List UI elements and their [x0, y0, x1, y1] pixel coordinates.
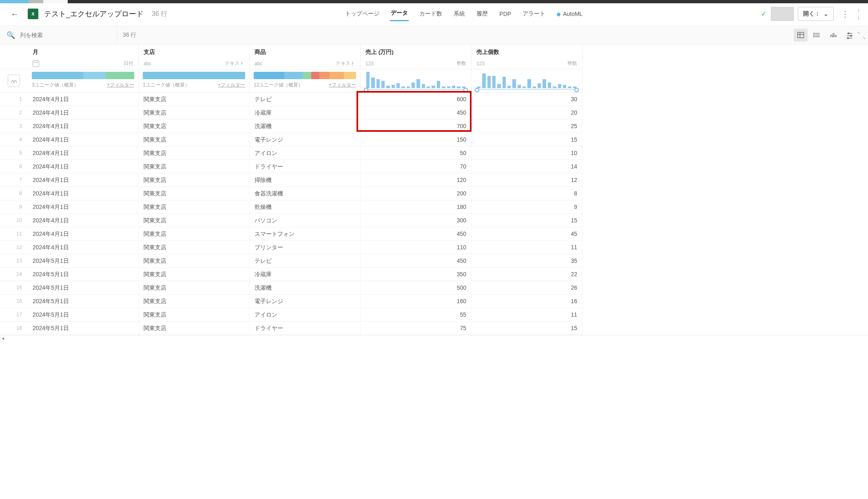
cell[interactable]: 50 — [361, 146, 472, 160]
cell[interactable]: 関東支店 — [139, 173, 250, 187]
cell[interactable]: 関東支店 — [139, 120, 250, 133]
cell[interactable]: ドライヤー — [250, 160, 361, 173]
cell[interactable]: 16 — [472, 295, 582, 308]
distribution-icon[interactable] — [8, 75, 20, 87]
cell[interactable]: 9 — [472, 200, 582, 214]
cell[interactable]: 2024年5月1日 — [28, 295, 139, 308]
cell[interactable]: 2024年5月1日 — [28, 281, 139, 295]
cell[interactable]: 15 — [472, 322, 582, 335]
cell[interactable]: 冷蔵庫 — [250, 106, 361, 120]
tab-6[interactable]: アラート — [522, 8, 546, 20]
cell[interactable]: 食器洗濯機 — [250, 187, 361, 200]
cell[interactable]: 冷蔵庫 — [250, 268, 361, 281]
column-header-3[interactable]: 売上 (万円)123整数 — [361, 44, 472, 69]
open-button[interactable]: 開く： ⌄ — [798, 7, 834, 21]
cell[interactable]: 14 — [472, 160, 582, 173]
column-header-4[interactable]: 売上個数123整数 — [472, 44, 582, 69]
cell[interactable]: 乾燥機 — [250, 200, 361, 214]
cell[interactable]: 8 — [472, 187, 582, 200]
range-slider[interactable] — [476, 89, 578, 90]
cell[interactable]: 75 — [361, 322, 472, 335]
cell[interactable]: 450 — [361, 106, 472, 120]
filter-link[interactable]: +フィルター — [329, 82, 356, 89]
cell[interactable]: 掃除機 — [250, 173, 361, 187]
cell[interactable]: テレビ — [250, 93, 361, 106]
cell[interactable]: 700 — [361, 120, 472, 133]
cell[interactable]: 関東支店 — [139, 295, 250, 308]
cell[interactable]: 2024年4月1日 — [28, 173, 139, 187]
cell[interactable]: 2024年4月1日 — [28, 241, 139, 254]
cell[interactable]: 45 — [472, 227, 582, 241]
cell[interactable]: 関東支店 — [139, 254, 250, 268]
cell[interactable]: 2024年4月1日 — [28, 146, 139, 160]
filter-link[interactable]: +フィルター — [107, 82, 134, 89]
range-slider[interactable] — [365, 89, 467, 90]
cell[interactable]: 11 — [472, 241, 582, 254]
cell[interactable]: 20 — [472, 106, 582, 120]
cell[interactable]: 関東支店 — [139, 187, 250, 200]
view-table-icon[interactable] — [794, 29, 808, 42]
cell[interactable]: 2024年4月1日 — [28, 227, 139, 241]
cell[interactable]: 450 — [361, 254, 472, 268]
cell[interactable]: 35 — [472, 254, 582, 268]
cell[interactable]: 関東支店 — [139, 227, 250, 241]
cell[interactable]: 300 — [361, 214, 472, 227]
expand-vertical-icon[interactable] — [857, 7, 861, 21]
tab-5[interactable]: PDP — [498, 8, 512, 20]
cell[interactable]: 関東支店 — [139, 93, 250, 106]
cell[interactable]: 2024年5月1日 — [28, 322, 139, 335]
cell[interactable]: 関東支店 — [139, 268, 250, 281]
cell[interactable]: 2024年4月1日 — [28, 200, 139, 214]
cell[interactable]: 160 — [361, 295, 472, 308]
cell[interactable]: 150 — [361, 133, 472, 146]
cell[interactable]: 関東支店 — [139, 308, 250, 322]
cell[interactable]: 15 — [472, 133, 582, 146]
cell[interactable]: 洗濯機 — [250, 120, 361, 133]
tab-automl[interactable]: AutoML — [556, 8, 583, 20]
owner-avatar-placeholder[interactable] — [771, 7, 794, 21]
view-stats-icon[interactable] — [826, 29, 840, 42]
cell[interactable]: 120 — [361, 173, 472, 187]
cell[interactable]: 関東支店 — [139, 241, 250, 254]
cell[interactable]: 11 — [472, 308, 582, 322]
cell[interactable]: 2024年4月1日 — [28, 106, 139, 120]
cell[interactable]: 関東支店 — [139, 146, 250, 160]
cell[interactable]: 350 — [361, 268, 472, 281]
cell[interactable]: 500 — [361, 281, 472, 295]
column-histogram-1[interactable]: 1ユニーク値（概算）+フィルター — [139, 69, 250, 93]
column-histogram-4[interactable] — [472, 69, 582, 93]
cell[interactable]: 2024年4月1日 — [28, 214, 139, 227]
cell[interactable]: 関東支店 — [139, 133, 250, 146]
cell[interactable]: 2024年4月1日 — [28, 187, 139, 200]
cell[interactable]: 2024年4月1日 — [28, 93, 139, 106]
cell[interactable]: 関東支店 — [139, 281, 250, 295]
cell[interactable]: 関東支店 — [139, 160, 250, 173]
cell[interactable]: アイロン — [250, 308, 361, 322]
cell[interactable]: 600 — [361, 93, 472, 106]
cell[interactable]: 10 — [472, 146, 582, 160]
cell[interactable]: 電子レンジ — [250, 295, 361, 308]
view-list-icon[interactable] — [810, 29, 824, 42]
tab-3[interactable]: 系統 — [453, 8, 466, 20]
cell[interactable]: プリンター — [250, 241, 361, 254]
horizontal-scrollbar[interactable]: ◂ — [0, 335, 868, 341]
cell[interactable]: 洗濯機 — [250, 281, 361, 295]
column-histogram-2[interactable]: 12ユニーク値（概算）+フィルター — [250, 69, 361, 93]
cell[interactable]: スマートフォン — [250, 227, 361, 241]
cell[interactable]: 70 — [361, 160, 472, 173]
cell[interactable]: 200 — [361, 187, 472, 200]
cell[interactable]: 30 — [472, 93, 582, 106]
cell[interactable]: 関東支店 — [139, 322, 250, 335]
tab-4[interactable]: 履歴 — [476, 8, 489, 20]
cell[interactable]: 2024年5月1日 — [28, 268, 139, 281]
column-header-2[interactable]: 商品abcテキスト — [250, 44, 361, 69]
cell[interactable]: 2024年5月1日 — [28, 254, 139, 268]
cell[interactable]: 2024年4月1日 — [28, 133, 139, 146]
cell[interactable]: ドライヤー — [250, 322, 361, 335]
tab-0[interactable]: トップページ — [344, 8, 380, 20]
cell[interactable]: 450 — [361, 227, 472, 241]
cell[interactable]: 22 — [472, 268, 582, 281]
column-search-input[interactable] — [19, 31, 94, 39]
cell[interactable]: パソコン — [250, 214, 361, 227]
cell[interactable]: 2024年4月1日 — [28, 160, 139, 173]
